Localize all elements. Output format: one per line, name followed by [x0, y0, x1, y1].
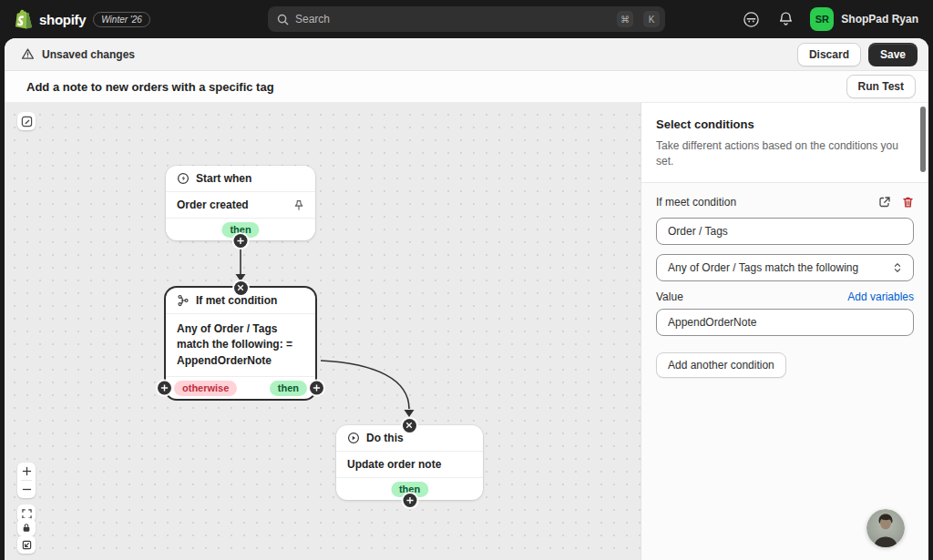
annotate-button[interactable]: [17, 112, 36, 130]
action-name-row[interactable]: Update order note: [336, 452, 483, 478]
condition-node[interactable]: If met condition Any of Order / Tags mat…: [166, 288, 315, 399]
unsaved-changes-bar: Unsaved changes Discard Save: [5, 38, 928, 71]
version-badge: Winter '26: [93, 12, 150, 27]
panel-title: Select conditions: [656, 117, 914, 131]
open-external-icon[interactable]: [878, 196, 891, 209]
discard-button[interactable]: Discard: [797, 43, 861, 66]
condition-field-input[interactable]: Order / Tags: [656, 218, 914, 245]
notifications-bell-icon[interactable]: [775, 9, 795, 29]
condition-field-value: Order / Tags: [668, 225, 728, 238]
content-frame: Unsaved changes Discard Save Add a note …: [5, 38, 928, 560]
user-menu[interactable]: SR ShopPad Ryan: [810, 7, 918, 31]
shopify-bag-icon: [15, 9, 33, 29]
value-label: Value: [656, 290, 683, 303]
lock-icon: [22, 523, 31, 533]
action-add-step-button[interactable]: [403, 494, 416, 507]
search-icon: [277, 14, 289, 25]
save-button[interactable]: Save: [868, 43, 918, 66]
reset-view-icon: [22, 540, 32, 550]
warning-icon: [21, 47, 35, 61]
zoom-in-button[interactable]: [17, 463, 36, 480]
action-play-icon: [347, 432, 360, 444]
plus-icon: [160, 384, 169, 392]
add-variables-link[interactable]: Add variables: [847, 290, 914, 303]
x-icon: [237, 284, 244, 291]
trigger-add-step-button[interactable]: [234, 234, 248, 248]
condition-branch-icon: [177, 294, 190, 307]
workflow-title: Add a note to new orders with a specific…: [26, 80, 274, 94]
zoom-out-button[interactable]: [17, 481, 36, 498]
panel-scrollbar[interactable]: [920, 107, 926, 172]
condition-otherwise-pill: otherwise: [174, 381, 237, 396]
plus-icon: [313, 384, 321, 392]
panel-description: Take different actions based on the cond…: [656, 138, 914, 169]
workflow-canvas[interactable]: Start when Order created then: [5, 103, 641, 560]
search-placeholder: Search: [295, 13, 607, 25]
plus-icon: [405, 496, 414, 504]
reset-view-button[interactable]: [17, 535, 36, 554]
sidekick-icon[interactable]: [741, 9, 761, 29]
condition-then-add-button[interactable]: [310, 382, 323, 395]
run-test-button[interactable]: Run Test: [846, 75, 916, 98]
condition-operator-value: Any of Order / Tags match the following: [668, 261, 858, 274]
workflow-title-bar: Add a note to new orders with a specific…: [5, 71, 928, 103]
select-chevrons-icon: [893, 262, 902, 273]
search-input[interactable]: Search ⌘ K: [268, 6, 665, 32]
user-photo-avatar[interactable]: [866, 509, 905, 547]
condition-value-input[interactable]: AppendOrderNote: [656, 309, 914, 336]
action-header-label: Do this: [366, 432, 404, 444]
k-keycap: K: [643, 11, 660, 27]
fullscreen-icon: [22, 509, 32, 519]
condition-otherwise-add-button[interactable]: [158, 382, 171, 395]
user-avatar-initials: SR: [810, 7, 834, 31]
plus-icon: [22, 466, 32, 476]
pin-icon[interactable]: [293, 199, 304, 211]
x-icon: [405, 422, 413, 429]
trigger-icon: [177, 172, 190, 185]
condition-detach-button[interactable]: [234, 281, 248, 295]
action-name-label: Update order note: [347, 458, 441, 471]
delete-condition-icon[interactable]: [902, 196, 914, 209]
cmd-keycap: ⌘: [617, 11, 633, 27]
condition-group-label: If meet condition: [656, 196, 736, 209]
topbar: shopify Winter '26 Search ⌘ K SR ShopPad…: [0, 0, 933, 38]
action-node[interactable]: Do this Update order note then: [336, 425, 483, 500]
lock-canvas-button[interactable]: [17, 518, 36, 536]
minus-icon: [22, 484, 32, 494]
add-another-condition-button[interactable]: Add another condition: [656, 352, 786, 378]
trigger-event-row[interactable]: Order created: [166, 192, 315, 219]
condition-operator-select[interactable]: Any of Order / Tags match the following: [656, 254, 914, 281]
condition-summary[interactable]: Any of Order / Tags match the following:…: [166, 314, 315, 377]
condition-header-label: If met condition: [196, 294, 277, 307]
condition-value-text: AppendOrderNote: [668, 316, 756, 329]
user-name: ShopPad Ryan: [841, 13, 918, 25]
trigger-header-label: Start when: [196, 172, 251, 185]
shopify-logo[interactable]: shopify: [15, 9, 86, 29]
plus-icon: [237, 237, 245, 245]
unsaved-changes-label: Unsaved changes: [42, 48, 135, 61]
trigger-node[interactable]: Start when Order created then: [166, 166, 315, 240]
connector-lines: [5, 103, 641, 560]
trigger-event-label: Order created: [177, 199, 249, 211]
condition-then-pill: then: [270, 381, 307, 396]
edit-note-icon: [21, 116, 33, 127]
shopify-wordmark: shopify: [39, 12, 86, 27]
conditions-panel: Select conditions Take different actions…: [641, 103, 928, 560]
action-detach-button[interactable]: [403, 419, 416, 433]
